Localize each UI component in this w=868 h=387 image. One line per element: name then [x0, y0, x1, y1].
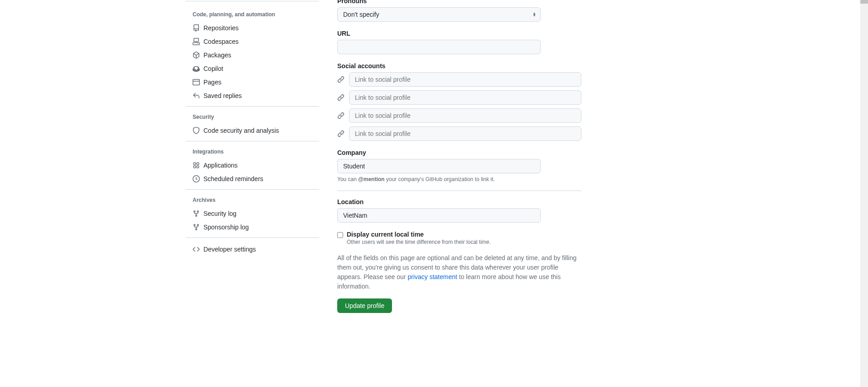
location-label: Location	[337, 198, 581, 205]
social-accounts-group: Social accounts	[337, 62, 581, 141]
localtime-checkbox[interactable]	[337, 232, 343, 238]
settings-container: Code, planning, and automation Repositor…	[185, 0, 683, 331]
sidebar-item-saved-replies[interactable]: Saved replies	[185, 89, 319, 103]
localtime-label: Display current local time	[347, 231, 491, 238]
company-label: Company	[337, 149, 581, 156]
location-group: Location	[337, 198, 581, 223]
social-input-4[interactable]	[349, 126, 581, 141]
apps-icon	[193, 162, 200, 169]
form-divider	[337, 191, 581, 191]
social-row-1	[337, 72, 581, 87]
package-icon	[193, 51, 200, 59]
repo-icon	[193, 24, 200, 32]
sidebar-item-label: Packages	[203, 51, 231, 59]
sidebar-item-sponsorship-log[interactable]: Sponsorship log	[185, 220, 319, 234]
company-input[interactable]	[337, 159, 541, 173]
code-icon	[193, 246, 200, 253]
codespaces-icon	[193, 38, 200, 45]
sidebar-divider	[185, 238, 319, 238]
url-input[interactable]	[337, 40, 541, 54]
pronouns-select[interactable]: Don't specify	[337, 7, 541, 22]
sidebar-item-label: Applications	[203, 162, 238, 169]
sidebar-divider	[185, 1, 319, 1]
social-input-2[interactable]	[349, 90, 581, 105]
sidebar-item-security-log[interactable]: Security log	[185, 207, 319, 220]
localtime-group: Display current local time Other users w…	[337, 231, 581, 245]
social-input-3[interactable]	[349, 108, 581, 123]
company-group: Company You can @mention your company's …	[337, 149, 581, 182]
social-accounts-label: Social accounts	[337, 62, 581, 70]
section-heading-archives: Archives	[185, 193, 319, 207]
link-icon	[337, 130, 344, 137]
link-icon	[337, 112, 344, 119]
url-group: URL	[337, 30, 581, 54]
url-label: URL	[337, 30, 581, 37]
sidebar-item-codespaces[interactable]: Codespaces	[185, 35, 319, 48]
section-heading-integrations: Integrations	[185, 145, 319, 159]
localtime-sub: Other users will see the time difference…	[347, 239, 491, 245]
sidebar-item-applications[interactable]: Applications	[185, 159, 319, 172]
sidebar-item-developer-settings[interactable]: Developer settings	[185, 242, 319, 257]
scrollbar-track	[860, 0, 868, 331]
reply-icon	[193, 92, 200, 99]
social-input-1[interactable]	[349, 72, 581, 87]
sidebar-item-repositories[interactable]: Repositories	[185, 21, 319, 35]
sidebar-item-label: Pages	[203, 79, 222, 86]
sidebar-item-code-security[interactable]: Code security and analysis	[185, 124, 319, 137]
sidebar-item-label: Scheduled reminders	[203, 175, 263, 182]
log-icon	[193, 210, 200, 217]
sidebar-item-label: Security log	[203, 210, 236, 217]
sidebar-item-label: Copilot	[203, 65, 223, 72]
sidebar-item-pages[interactable]: Pages	[185, 75, 319, 89]
consent-text: All of the fields on this page are optio…	[337, 253, 581, 291]
copilot-icon	[193, 65, 200, 72]
privacy-link[interactable]: privacy statement	[408, 273, 458, 280]
sidebar-divider	[185, 141, 319, 141]
sidebar-item-label: Developer settings	[203, 246, 256, 253]
sidebar-item-label: Repositories	[203, 24, 239, 32]
company-note: You can @mention your company's GitHub o…	[337, 176, 581, 182]
sidebar-divider	[185, 106, 319, 107]
sidebar-divider	[185, 189, 319, 190]
sidebar-item-scheduled-reminders[interactable]: Scheduled reminders	[185, 172, 319, 186]
sidebar-item-packages[interactable]: Packages	[185, 48, 319, 62]
location-input[interactable]	[337, 208, 541, 223]
sidebar-item-copilot[interactable]: Copilot	[185, 62, 319, 75]
profile-form: Pronouns Don't specify ▲▼ URL Social acc…	[337, 0, 581, 331]
pronouns-group: Pronouns Don't specify ▲▼	[337, 0, 581, 22]
section-heading-security: Security	[185, 110, 319, 124]
settings-sidebar: Code, planning, and automation Repositor…	[185, 0, 319, 331]
sidebar-item-label: Code security and analysis	[203, 127, 279, 134]
link-icon	[337, 94, 344, 101]
social-row-2	[337, 90, 581, 105]
sidebar-item-label: Saved replies	[203, 92, 242, 99]
scrollbar-thumb[interactable]	[860, 0, 868, 4]
sidebar-item-label: Codespaces	[203, 38, 239, 45]
section-heading-code: Code, planning, and automation	[185, 8, 319, 21]
clock-icon	[193, 175, 200, 182]
link-icon	[337, 76, 344, 83]
pronouns-label: Pronouns	[337, 0, 581, 5]
social-row-4	[337, 126, 581, 141]
update-profile-button[interactable]: Update profile	[337, 298, 392, 313]
shield-icon	[193, 127, 200, 134]
browser-icon	[193, 79, 200, 86]
social-row-3	[337, 108, 581, 123]
sidebar-item-label: Sponsorship log	[203, 224, 249, 231]
log-icon	[193, 224, 200, 231]
